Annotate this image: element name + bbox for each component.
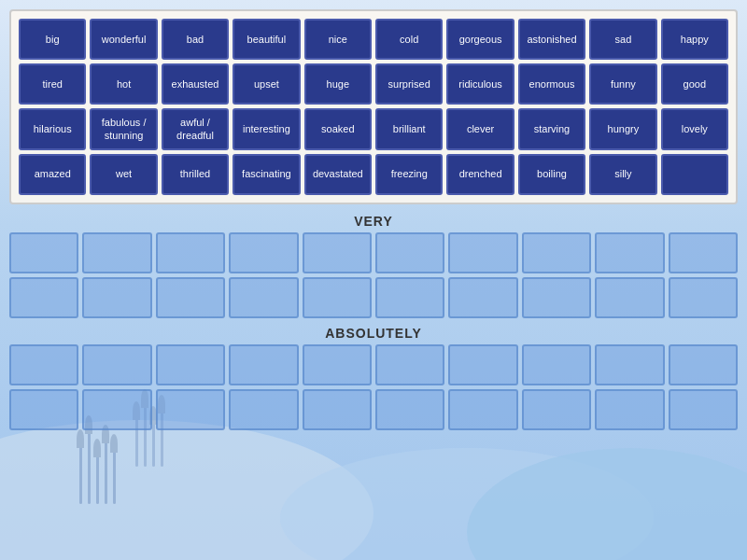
drop-cell[interactable]: [82, 277, 151, 318]
word-cell[interactable]: [661, 154, 728, 195]
word-cell[interactable]: funny: [589, 63, 656, 105]
drop-cell[interactable]: [448, 232, 517, 273]
drop-cell[interactable]: [448, 277, 517, 318]
drop-cell[interactable]: [669, 344, 738, 385]
very-drop-area: [9, 232, 738, 318]
word-cell[interactable]: upset: [233, 63, 300, 105]
drop-cell[interactable]: [595, 277, 664, 318]
drop-cell[interactable]: [375, 389, 444, 430]
drop-cell[interactable]: [156, 389, 225, 430]
drop-cell[interactable]: [9, 344, 78, 385]
drop-cell[interactable]: [156, 344, 225, 385]
word-cell[interactable]: ridiculous: [446, 63, 514, 105]
word-cell[interactable]: enormous: [518, 63, 585, 105]
word-cell[interactable]: gorgeous: [446, 19, 514, 60]
word-cell[interactable]: drenched: [446, 154, 514, 195]
drop-cell[interactable]: [669, 232, 738, 273]
word-cell[interactable]: brilliant: [375, 108, 443, 150]
word-cell[interactable]: tired: [19, 63, 86, 105]
drop-cell[interactable]: [595, 344, 664, 385]
drop-cell[interactable]: [82, 232, 151, 273]
word-cell[interactable]: starving: [518, 108, 585, 150]
word-cell[interactable]: huge: [304, 63, 372, 105]
word-cell[interactable]: hot: [90, 63, 157, 105]
drop-cell[interactable]: [82, 344, 151, 385]
word-cell[interactable]: wonderful: [90, 19, 157, 60]
word-cell[interactable]: good: [661, 63, 728, 105]
drop-cell[interactable]: [9, 389, 78, 430]
word-cell[interactable]: surprised: [375, 63, 443, 105]
drop-cell[interactable]: [669, 389, 738, 430]
drop-cell[interactable]: [303, 277, 372, 318]
drop-cell[interactable]: [522, 344, 591, 385]
drop-cell[interactable]: [522, 389, 591, 430]
word-cell[interactable]: beautiful: [233, 19, 300, 60]
drop-cell[interactable]: [303, 232, 372, 273]
word-cell[interactable]: freezing: [375, 154, 443, 195]
drop-cell[interactable]: [9, 232, 78, 273]
word-cell[interactable]: hilarious: [19, 108, 86, 150]
word-cell[interactable]: big: [19, 19, 86, 60]
drop-cell[interactable]: [229, 232, 298, 273]
word-cell[interactable]: bad: [162, 19, 229, 60]
word-cell[interactable]: lovely: [661, 108, 728, 150]
word-cell[interactable]: silly: [589, 154, 656, 195]
very-drop-grid: [9, 232, 738, 318]
word-cell[interactable]: interesting: [233, 108, 300, 150]
absolutely-drop-grid: [9, 344, 738, 430]
drop-cell[interactable]: [375, 277, 444, 318]
drop-cell[interactable]: [448, 344, 517, 385]
word-cell[interactable]: cold: [375, 19, 443, 60]
drop-cell[interactable]: [156, 277, 225, 318]
word-cell[interactable]: boiling: [518, 154, 585, 195]
word-cell[interactable]: clever: [446, 108, 514, 150]
word-cell[interactable]: soaked: [304, 108, 372, 150]
drop-cell[interactable]: [229, 344, 298, 385]
drop-cell[interactable]: [229, 389, 298, 430]
word-grid: bigwonderfulbadbeautifulnicecoldgorgeous…: [19, 19, 728, 195]
drop-cell[interactable]: [522, 232, 591, 273]
word-cell[interactable]: astonished: [518, 19, 585, 60]
word-cell[interactable]: wet: [90, 154, 157, 195]
word-cell[interactable]: hungry: [589, 108, 656, 150]
word-cell[interactable]: thrilled: [162, 154, 229, 195]
drop-cell[interactable]: [522, 277, 591, 318]
drop-cell[interactable]: [375, 344, 444, 385]
drop-cell[interactable]: [595, 232, 664, 273]
drop-cell[interactable]: [595, 389, 664, 430]
drop-cell[interactable]: [375, 232, 444, 273]
word-cell[interactable]: devastated: [304, 154, 372, 195]
word-cell[interactable]: fabulous / stunning: [90, 108, 157, 150]
reeds-1: [75, 429, 131, 504]
drop-cell[interactable]: [448, 389, 517, 430]
word-cell[interactable]: amazed: [19, 154, 86, 195]
drop-cell[interactable]: [82, 389, 151, 430]
absolutely-drop-area: [9, 344, 738, 430]
word-cell[interactable]: fascinating: [233, 154, 300, 195]
word-bank: bigwonderfulbadbeautifulnicecoldgorgeous…: [9, 9, 738, 204]
drop-cell[interactable]: [303, 389, 372, 430]
word-cell[interactable]: happy: [661, 19, 728, 60]
word-cell[interactable]: sad: [589, 19, 656, 60]
drop-cell[interactable]: [229, 277, 298, 318]
word-cell[interactable]: exhausted: [162, 63, 229, 105]
very-label: VERY: [0, 214, 747, 229]
drop-cell[interactable]: [669, 277, 738, 318]
drop-cell[interactable]: [303, 344, 372, 385]
word-cell[interactable]: nice: [304, 19, 372, 60]
absolutely-label: ABSOLUTELY: [0, 326, 747, 341]
drop-cell[interactable]: [9, 277, 78, 318]
drop-cell[interactable]: [156, 232, 225, 273]
word-cell[interactable]: awful / dreadful: [162, 108, 229, 150]
